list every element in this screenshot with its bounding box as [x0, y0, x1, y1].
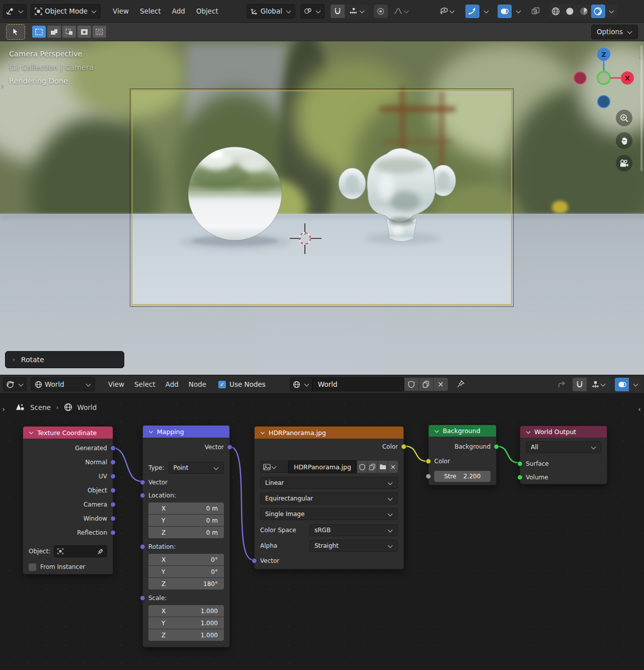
socket-color-out[interactable] [401, 444, 407, 450]
interpolation-select[interactable]: Linear [260, 477, 398, 489]
socket-vector-in[interactable] [140, 480, 145, 485]
menu-node-shader[interactable]: Node [184, 378, 211, 390]
menu-object[interactable]: Object [191, 5, 223, 17]
socket-normal[interactable] [110, 460, 116, 465]
image-open-button[interactable] [377, 461, 388, 473]
socket-reflection[interactable] [110, 530, 116, 536]
select-mode-intersect-button[interactable] [93, 26, 106, 38]
output-target-select[interactable]: All [526, 441, 601, 453]
3d-viewport[interactable]: Camera Perspective (1) Collection | Came… [0, 41, 644, 375]
socket-window[interactable] [110, 516, 116, 522]
socket-volume[interactable] [517, 474, 523, 480]
gizmo-axis-x-neg[interactable] [574, 72, 586, 84]
image-unlink-button[interactable]: × [387, 461, 398, 473]
unlink-button[interactable]: × [433, 378, 448, 391]
source-select[interactable]: Single Image [260, 508, 398, 520]
rotation-y-field[interactable]: Y0° [148, 566, 224, 577]
from-instancer-checkbox[interactable] [29, 563, 36, 571]
collapse-icon[interactable] [149, 429, 153, 433]
new-copy-button[interactable] [419, 378, 433, 391]
rotation-x-field[interactable]: X0° [148, 554, 224, 565]
shading-wireframe-button[interactable] [549, 5, 563, 18]
menu-add-shader[interactable]: Add [160, 378, 184, 390]
image-name-field[interactable]: HDRPanorama.jpg [288, 460, 357, 473]
collapse-icon[interactable] [435, 428, 439, 432]
scale-z-field[interactable]: Z1.000 [148, 629, 224, 641]
menu-add[interactable]: Add [167, 5, 190, 17]
projection-select[interactable]: Equirectangular [260, 492, 398, 505]
shading-material-button[interactable] [577, 5, 591, 18]
shader-type-selector[interactable]: World [31, 377, 95, 391]
alpha-select[interactable]: Straight [309, 540, 398, 552]
eyedropper-icon[interactable] [97, 548, 104, 555]
mapping-type-select[interactable]: Point [169, 462, 224, 474]
snap-target-selector[interactable] [346, 5, 369, 18]
shader-node-editor[interactable]: › ‹ Scene › World [0, 394, 644, 670]
node-texture-coordinate[interactable]: Texture Coordinate Generated Normal UV O… [23, 426, 113, 574]
editor-type-selector-shader[interactable] [3, 377, 27, 391]
node-snap-target-selector[interactable] [587, 378, 611, 391]
options-button[interactable]: Options [591, 25, 638, 39]
collapse-icon[interactable] [29, 430, 33, 434]
transform-orientation-selector[interactable]: Global [247, 4, 295, 19]
socket-location[interactable] [140, 493, 145, 498]
pan-button[interactable] [616, 132, 632, 149]
node-mapping[interactable]: Mapping Vector Type: Point Vector Locati… [142, 425, 230, 647]
shading-dropdown[interactable] [605, 5, 617, 18]
image-browse-button[interactable] [260, 461, 288, 473]
socket-vector-out[interactable] [227, 445, 232, 450]
socket-generated[interactable] [110, 446, 116, 451]
proportional-falloff-selector[interactable] [389, 5, 414, 18]
toolbar-region-toggle[interactable]: › [1, 81, 4, 91]
socket-strength[interactable] [426, 474, 431, 479]
socket-uv[interactable] [110, 474, 116, 479]
scale-x-field[interactable]: X1.000 [148, 605, 224, 617]
scale-y-field[interactable]: Y1.000 [148, 617, 224, 629]
fake-user-button[interactable] [404, 378, 419, 391]
menu-view[interactable]: View [108, 5, 134, 17]
zoom-button[interactable] [616, 110, 632, 126]
shading-solid-button[interactable] [563, 5, 577, 18]
gizmos-dropdown[interactable] [480, 5, 492, 18]
select-mode-invert-button[interactable] [77, 26, 91, 38]
show-object-types-selector[interactable] [433, 5, 460, 18]
overlays-toggle[interactable] [498, 5, 512, 18]
proportional-editing-toggle[interactable] [374, 5, 388, 18]
image-fake-user-button[interactable] [357, 461, 367, 473]
node-background[interactable]: Background Background Color Stre 2.200 [428, 425, 497, 485]
strength-slider[interactable]: Stre 2.200 [434, 471, 491, 482]
collapse-icon[interactable] [261, 430, 265, 434]
gizmos-toggle[interactable] [465, 5, 479, 18]
gizmo-axis-y-center[interactable] [598, 72, 610, 85]
node-environment-texture[interactable]: HDRPanorama.jpg Color HDRPanorama.jpg [254, 426, 404, 569]
location-y-field[interactable]: Y0 m [148, 515, 224, 526]
go-to-parent-node-tree-button[interactable] [554, 378, 569, 391]
image-copy-button[interactable] [367, 461, 377, 473]
camera-view-button[interactable] [616, 155, 632, 172]
browse-world-selector[interactable] [290, 377, 312, 391]
operator-panel-rotate[interactable]: › Rotate [5, 351, 124, 368]
socket-surface[interactable] [517, 461, 523, 466]
menu-view-shader[interactable]: View [103, 378, 129, 390]
collapse-icon[interactable] [526, 429, 530, 433]
socket-vector-in[interactable] [252, 558, 257, 564]
node-overlays-dropdown[interactable] [629, 378, 641, 391]
active-tool-tweak-button[interactable] [6, 24, 25, 40]
use-nodes-checkbox[interactable]: ✓ [218, 381, 226, 388]
select-mode-extend-button[interactable] [47, 26, 61, 38]
location-x-field[interactable]: X0 m [148, 503, 224, 514]
color-space-select[interactable]: sRGB [309, 524, 398, 536]
select-mode-subtract-button[interactable] [62, 26, 76, 38]
socket-object[interactable] [110, 488, 116, 493]
socket-camera[interactable] [110, 502, 116, 508]
pin-button[interactable] [454, 378, 468, 391]
node-world-output[interactable]: World Output All Surface Volume [520, 426, 607, 484]
node-snap-toggle[interactable] [573, 378, 587, 391]
shading-rendered-button[interactable] [591, 5, 605, 18]
socket-rotation[interactable] [140, 544, 145, 550]
mode-selector[interactable]: Object Mode [31, 4, 101, 19]
viewport-scrollbar[interactable] [640, 45, 642, 171]
socket-color-in[interactable] [426, 459, 431, 464]
world-name-field[interactable]: World [312, 377, 404, 391]
editor-type-selector[interactable] [3, 4, 27, 19]
